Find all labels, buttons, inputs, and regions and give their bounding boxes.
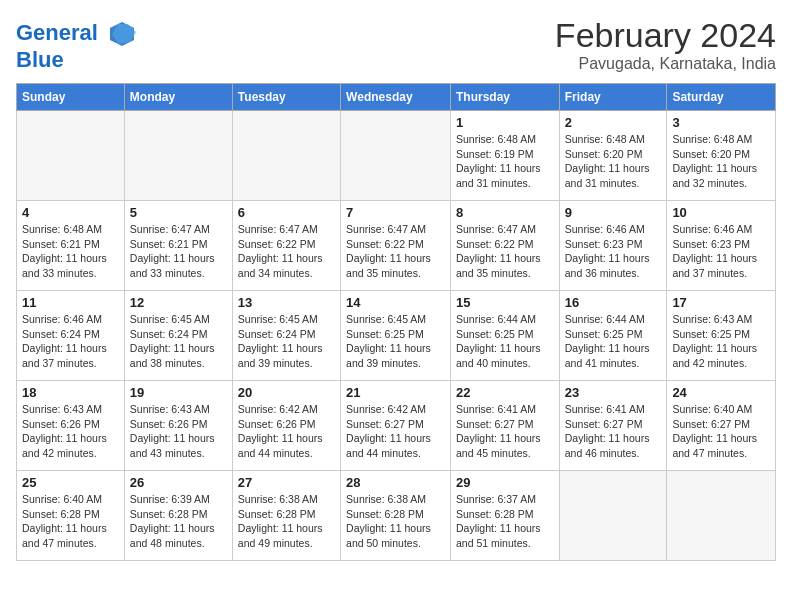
day-info: Sunrise: 6:48 AM Sunset: 6:19 PM Dayligh… (456, 132, 554, 191)
weekday-header: Monday (124, 84, 232, 111)
day-cell: 19Sunrise: 6:43 AM Sunset: 6:26 PM Dayli… (124, 381, 232, 471)
weekday-header: Thursday (450, 84, 559, 111)
day-cell: 25Sunrise: 6:40 AM Sunset: 6:28 PM Dayli… (17, 471, 125, 561)
day-info: Sunrise: 6:43 AM Sunset: 6:26 PM Dayligh… (22, 402, 119, 461)
day-cell: 3Sunrise: 6:48 AM Sunset: 6:20 PM Daylig… (667, 111, 776, 201)
week-row: 25Sunrise: 6:40 AM Sunset: 6:28 PM Dayli… (17, 471, 776, 561)
day-cell: 26Sunrise: 6:39 AM Sunset: 6:28 PM Dayli… (124, 471, 232, 561)
day-cell: 5Sunrise: 6:47 AM Sunset: 6:21 PM Daylig… (124, 201, 232, 291)
day-number: 22 (456, 385, 554, 400)
day-number: 18 (22, 385, 119, 400)
day-info: Sunrise: 6:44 AM Sunset: 6:25 PM Dayligh… (565, 312, 662, 371)
title-area: February 2024 Pavugada, Karnataka, India (555, 16, 776, 73)
day-cell (124, 111, 232, 201)
day-cell: 12Sunrise: 6:45 AM Sunset: 6:24 PM Dayli… (124, 291, 232, 381)
week-row: 18Sunrise: 6:43 AM Sunset: 6:26 PM Dayli… (17, 381, 776, 471)
day-number: 6 (238, 205, 335, 220)
day-number: 19 (130, 385, 227, 400)
day-cell: 22Sunrise: 6:41 AM Sunset: 6:27 PM Dayli… (450, 381, 559, 471)
day-info: Sunrise: 6:46 AM Sunset: 6:23 PM Dayligh… (672, 222, 770, 281)
day-info: Sunrise: 6:43 AM Sunset: 6:26 PM Dayligh… (130, 402, 227, 461)
day-number: 10 (672, 205, 770, 220)
day-info: Sunrise: 6:37 AM Sunset: 6:28 PM Dayligh… (456, 492, 554, 551)
subtitle: Pavugada, Karnataka, India (555, 55, 776, 73)
day-cell: 24Sunrise: 6:40 AM Sunset: 6:27 PM Dayli… (667, 381, 776, 471)
day-cell: 20Sunrise: 6:42 AM Sunset: 6:26 PM Dayli… (232, 381, 340, 471)
day-number: 14 (346, 295, 445, 310)
day-number: 3 (672, 115, 770, 130)
day-number: 1 (456, 115, 554, 130)
day-info: Sunrise: 6:44 AM Sunset: 6:25 PM Dayligh… (456, 312, 554, 371)
logo: General Blue (16, 20, 136, 72)
day-cell: 15Sunrise: 6:44 AM Sunset: 6:25 PM Dayli… (450, 291, 559, 381)
day-cell: 14Sunrise: 6:45 AM Sunset: 6:25 PM Dayli… (341, 291, 451, 381)
day-cell (667, 471, 776, 561)
day-cell: 28Sunrise: 6:38 AM Sunset: 6:28 PM Dayli… (341, 471, 451, 561)
day-number: 24 (672, 385, 770, 400)
day-info: Sunrise: 6:48 AM Sunset: 6:20 PM Dayligh… (565, 132, 662, 191)
week-row: 11Sunrise: 6:46 AM Sunset: 6:24 PM Dayli… (17, 291, 776, 381)
day-cell: 23Sunrise: 6:41 AM Sunset: 6:27 PM Dayli… (559, 381, 667, 471)
day-info: Sunrise: 6:40 AM Sunset: 6:28 PM Dayligh… (22, 492, 119, 551)
day-number: 20 (238, 385, 335, 400)
day-number: 28 (346, 475, 445, 490)
day-number: 26 (130, 475, 227, 490)
day-number: 8 (456, 205, 554, 220)
day-info: Sunrise: 6:45 AM Sunset: 6:25 PM Dayligh… (346, 312, 445, 371)
day-cell: 27Sunrise: 6:38 AM Sunset: 6:28 PM Dayli… (232, 471, 340, 561)
day-number: 29 (456, 475, 554, 490)
day-info: Sunrise: 6:48 AM Sunset: 6:21 PM Dayligh… (22, 222, 119, 281)
logo-blue-text: Blue (16, 48, 136, 72)
week-row: 1Sunrise: 6:48 AM Sunset: 6:19 PM Daylig… (17, 111, 776, 201)
day-cell: 16Sunrise: 6:44 AM Sunset: 6:25 PM Dayli… (559, 291, 667, 381)
day-cell (559, 471, 667, 561)
day-cell: 9Sunrise: 6:46 AM Sunset: 6:23 PM Daylig… (559, 201, 667, 291)
day-cell: 17Sunrise: 6:43 AM Sunset: 6:25 PM Dayli… (667, 291, 776, 381)
day-info: Sunrise: 6:47 AM Sunset: 6:22 PM Dayligh… (346, 222, 445, 281)
day-number: 15 (456, 295, 554, 310)
day-info: Sunrise: 6:43 AM Sunset: 6:25 PM Dayligh… (672, 312, 770, 371)
day-number: 16 (565, 295, 662, 310)
day-info: Sunrise: 6:46 AM Sunset: 6:24 PM Dayligh… (22, 312, 119, 371)
day-cell (232, 111, 340, 201)
day-cell (341, 111, 451, 201)
day-info: Sunrise: 6:47 AM Sunset: 6:22 PM Dayligh… (238, 222, 335, 281)
day-number: 7 (346, 205, 445, 220)
weekday-header: Sunday (17, 84, 125, 111)
main-title: February 2024 (555, 16, 776, 55)
day-info: Sunrise: 6:47 AM Sunset: 6:22 PM Dayligh… (456, 222, 554, 281)
logo-text: General (16, 20, 136, 48)
day-cell: 21Sunrise: 6:42 AM Sunset: 6:27 PM Dayli… (341, 381, 451, 471)
day-cell: 18Sunrise: 6:43 AM Sunset: 6:26 PM Dayli… (17, 381, 125, 471)
day-info: Sunrise: 6:39 AM Sunset: 6:28 PM Dayligh… (130, 492, 227, 551)
day-number: 13 (238, 295, 335, 310)
day-number: 25 (22, 475, 119, 490)
day-info: Sunrise: 6:45 AM Sunset: 6:24 PM Dayligh… (130, 312, 227, 371)
day-number: 4 (22, 205, 119, 220)
day-number: 23 (565, 385, 662, 400)
day-info: Sunrise: 6:40 AM Sunset: 6:27 PM Dayligh… (672, 402, 770, 461)
day-cell: 10Sunrise: 6:46 AM Sunset: 6:23 PM Dayli… (667, 201, 776, 291)
day-info: Sunrise: 6:38 AM Sunset: 6:28 PM Dayligh… (346, 492, 445, 551)
day-cell: 2Sunrise: 6:48 AM Sunset: 6:20 PM Daylig… (559, 111, 667, 201)
day-info: Sunrise: 6:45 AM Sunset: 6:24 PM Dayligh… (238, 312, 335, 371)
day-info: Sunrise: 6:41 AM Sunset: 6:27 PM Dayligh… (565, 402, 662, 461)
day-cell: 4Sunrise: 6:48 AM Sunset: 6:21 PM Daylig… (17, 201, 125, 291)
day-info: Sunrise: 6:41 AM Sunset: 6:27 PM Dayligh… (456, 402, 554, 461)
day-number: 11 (22, 295, 119, 310)
day-info: Sunrise: 6:47 AM Sunset: 6:21 PM Dayligh… (130, 222, 227, 281)
day-number: 5 (130, 205, 227, 220)
header-row: SundayMondayTuesdayWednesdayThursdayFrid… (17, 84, 776, 111)
calendar-table: SundayMondayTuesdayWednesdayThursdayFrid… (16, 83, 776, 561)
day-info: Sunrise: 6:42 AM Sunset: 6:26 PM Dayligh… (238, 402, 335, 461)
day-number: 21 (346, 385, 445, 400)
day-cell (17, 111, 125, 201)
weekday-header: Saturday (667, 84, 776, 111)
day-cell: 8Sunrise: 6:47 AM Sunset: 6:22 PM Daylig… (450, 201, 559, 291)
day-cell: 11Sunrise: 6:46 AM Sunset: 6:24 PM Dayli… (17, 291, 125, 381)
weekday-header: Friday (559, 84, 667, 111)
day-number: 12 (130, 295, 227, 310)
day-cell: 29Sunrise: 6:37 AM Sunset: 6:28 PM Dayli… (450, 471, 559, 561)
day-cell: 6Sunrise: 6:47 AM Sunset: 6:22 PM Daylig… (232, 201, 340, 291)
day-cell: 7Sunrise: 6:47 AM Sunset: 6:22 PM Daylig… (341, 201, 451, 291)
